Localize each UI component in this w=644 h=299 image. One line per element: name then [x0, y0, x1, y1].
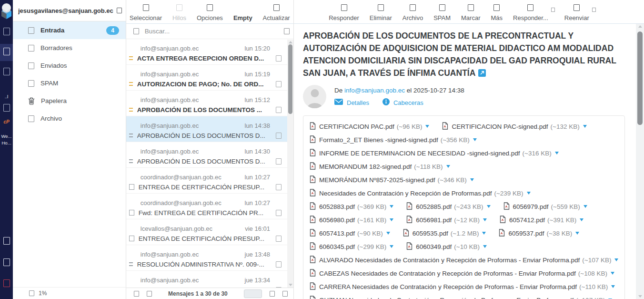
footer-prev-icon[interactable] — [134, 291, 139, 297]
attachment-menu-caret-icon[interactable] — [487, 205, 491, 208]
dropdown-caret-icon[interactable] — [592, 8, 596, 12]
message-row[interactable]: coordinador@sanjuan.gob.eclun 10:27ENTRE… — [126, 168, 287, 194]
attachment-menu-caret-icon[interactable] — [575, 232, 579, 235]
message-checkbox[interactable] — [276, 107, 282, 113]
footer-prev-page-icon[interactable] — [147, 291, 152, 297]
rail-tab-icon-2[interactable] — [0, 68, 13, 77]
attachment-menu-caret-icon[interactable] — [527, 192, 531, 195]
sidebar-item-entrada[interactable]: Entrada4 — [13, 21, 126, 39]
scroll-up-icon[interactable] — [289, 41, 292, 43]
attachment-menu-caret-icon[interactable] — [611, 285, 615, 288]
dropdown-caret-icon[interactable] — [551, 8, 555, 12]
message-row[interactable]: lcevallos@sanjuan.gob.ecvie 16:01ENTREGA… — [126, 219, 287, 245]
attachment-menu-caret-icon[interactable] — [425, 125, 429, 128]
list-seleccionar-button[interactable]: Seleccionar — [130, 4, 162, 21]
app-logo[interactable] — [0, 1, 13, 22]
message-checkbox[interactable] — [276, 55, 282, 62]
attachment-item[interactable]: CABEZAS Necesidades de Contratación y Re… — [310, 269, 614, 278]
sidebar-item-papelera[interactable]: Papelera — [13, 92, 126, 110]
message-row[interactable]: info@sanjuan.gob.eclun 14:38APROBACIÓN D… — [126, 116, 287, 142]
attachment-menu-caret-icon[interactable] — [580, 218, 584, 221]
attachment-item[interactable]: 6056980.pdf(~161 KB) — [310, 216, 393, 225]
scroll-up-icon[interactable] — [638, 25, 642, 28]
attachment-item[interactable]: ALVARADO Necesidades de Contratación y R… — [310, 256, 618, 265]
attachment-menu-caret-icon[interactable] — [555, 152, 559, 155]
rail-tab-icon-3[interactable] — [0, 104, 13, 113]
attachment-menu-caret-icon[interactable] — [470, 178, 474, 181]
rail-cpanel-label[interactable]: cP — [0, 119, 13, 124]
attachment-menu-caret-icon[interactable] — [390, 245, 393, 248]
attachment-item[interactable]: 6056981.pdf(~12 KB) — [406, 216, 487, 225]
message-checkbox[interactable] — [276, 236, 282, 242]
message-checkbox[interactable] — [276, 158, 282, 165]
message-reenviar-button[interactable]: Reenviar — [564, 4, 589, 21]
rail-logout-icon[interactable] — [0, 279, 13, 289]
list-scrollbar[interactable] — [287, 40, 293, 288]
attachment-item[interactable]: 6057412.pdf(~391 KB) — [500, 216, 584, 225]
attachment-menu-caret-icon[interactable] — [390, 218, 393, 221]
list-opciones-button[interactable]: Opciones — [197, 4, 223, 21]
rail-label-ho[interactable]: Ho... — [0, 140, 13, 145]
rail-label-we[interactable]: We... — [0, 134, 13, 139]
message-row[interactable]: info@sanjuan.gob.eclun 15:12APROBACIÓN D… — [126, 91, 287, 116]
footer-next-icon[interactable] — [282, 291, 288, 297]
attachment-item[interactable]: CERTIFICACION PAC-signed.pdf(~132 KB) — [442, 122, 586, 131]
details-link[interactable]: Detalles — [347, 99, 369, 106]
attachment-item[interactable]: 6057413.pdf(~90 KB) — [310, 229, 390, 238]
sidebar-item-archivo[interactable]: Archivo — [13, 110, 126, 127]
sidebar-item-borradores[interactable]: Borradores — [13, 39, 126, 57]
attachment-menu-caret-icon[interactable] — [611, 272, 614, 275]
attachment-item[interactable]: MEMORANDUM 182-signed.pdf(~118 KB) — [310, 162, 450, 171]
attachment-item[interactable]: CARRERA Necesidades de Contratación y Re… — [310, 282, 615, 291]
attachment-item[interactable]: Formato_2_ET Bienes -signed-signed.pdf(~… — [310, 135, 477, 144]
rail-tab-icon-5[interactable] — [0, 258, 13, 268]
attachment-menu-caret-icon[interactable] — [483, 245, 487, 248]
account-header[interactable]: jesusgavilanes@sanjuan.gob.ec — [13, 0, 126, 21]
list-empty-button[interactable]: Empty — [233, 4, 252, 21]
message-row[interactable]: info@sanjuan.gob.eclun 15:20ACTA ENTREGA… — [126, 39, 287, 65]
attachment-item[interactable]: 6052885.pdf(~243 KB) — [406, 202, 490, 211]
search-options-icon[interactable] — [284, 28, 290, 34]
message-responder-button[interactable]: Responder — [329, 4, 359, 21]
reader-scrollbar-thumb[interactable] — [637, 31, 643, 125]
reader-scrollbar[interactable] — [636, 24, 644, 299]
search-bar[interactable] — [126, 24, 293, 39]
attachment-menu-caret-icon[interactable] — [614, 258, 618, 261]
attachment-item[interactable]: 6056979.pdf(~559 KB) — [503, 202, 587, 211]
message-archivo-button[interactable]: Archivo — [402, 4, 423, 21]
attachment-menu-caret-icon[interactable] — [583, 125, 587, 128]
rail-label-truncated[interactable]: ..l — [0, 94, 13, 99]
list-actualizar-button[interactable]: Actualizar — [263, 4, 290, 21]
message-row[interactable]: info@sanjuan.gob.eclun 15:19AUTORIZACION… — [126, 65, 287, 91]
attachment-item[interactable]: 6059537.pdf(~38 KB) — [499, 229, 579, 238]
sidebar-item-spam[interactable]: SPAM — [13, 74, 126, 92]
message-checkbox[interactable] — [276, 133, 282, 139]
rail-tab-icon-1[interactable] — [0, 28, 13, 37]
search-input[interactable] — [145, 28, 278, 35]
scroll-down-icon[interactable] — [289, 284, 292, 286]
attachment-item[interactable]: Necesidades de Contratación y Recepción … — [310, 189, 531, 198]
attachment-item[interactable]: 6052883.pdf(~369 KB) — [310, 202, 393, 211]
attachment-item[interactable]: GUZMAN Necesidades de Contratación y Rec… — [310, 296, 612, 299]
attachment-item[interactable]: INFORME DE DETERMINACION DE NECESIDAD -s… — [310, 149, 559, 158]
attachment-menu-caret-icon[interactable] — [473, 138, 477, 141]
sender-email-link[interactable]: info@sanjuan.gob.ec — [344, 87, 405, 94]
headers-link[interactable]: Cabeceras — [393, 99, 423, 106]
message-responder-button[interactable]: Responder... — [513, 4, 548, 21]
page-number-box[interactable] — [244, 289, 262, 298]
attachment-item[interactable]: MEMORÁNDUM Nº857-2025-signed.pdf(~346 KB… — [310, 175, 474, 185]
account-toggle-icon[interactable] — [117, 8, 122, 13]
message-checkbox[interactable] — [276, 210, 282, 216]
message-row[interactable]: coordinador@sanjuan.gob.eclun 10:27Fwd: … — [126, 194, 287, 219]
attachment-menu-caret-icon[interactable] — [446, 165, 450, 168]
attachment-menu-caret-icon[interactable] — [584, 205, 587, 208]
list-scrollbar-thumb[interactable] — [288, 44, 292, 114]
scroll-down-icon[interactable] — [638, 295, 642, 298]
message-checkbox[interactable] — [276, 81, 282, 87]
message-m-s-button[interactable]: Más — [491, 4, 503, 21]
attachment-item[interactable]: 6059535.pdf(~1.2 MB) — [403, 229, 486, 238]
list-hilos-button[interactable]: Hilos — [172, 4, 186, 21]
message-row[interactable]: info@sanjuan.gob.eclun 14:30APROBACIÓN D… — [126, 142, 287, 168]
message-marcar-button[interactable]: Marcar — [461, 4, 480, 21]
open-in-new-window-icon[interactable] — [478, 68, 486, 80]
